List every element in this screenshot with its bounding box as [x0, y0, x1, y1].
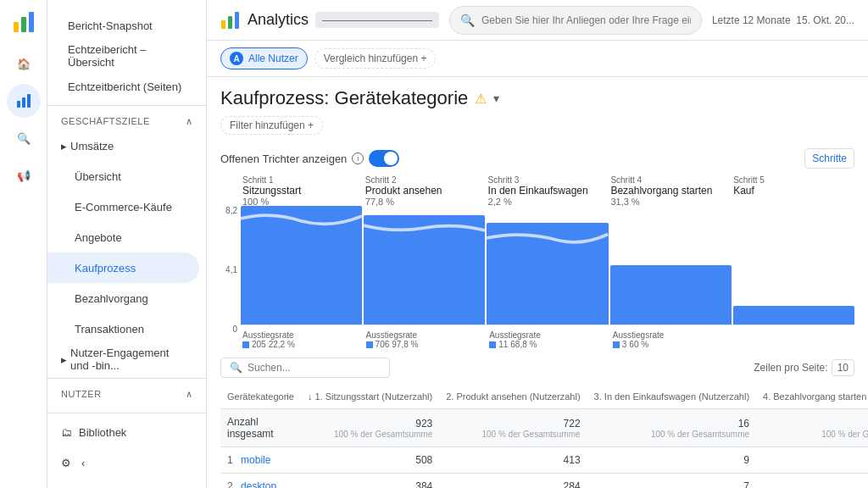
- table-search[interactable]: 🔍: [220, 358, 390, 378]
- step2-exit: Ausstiegsrate 706 97,8 %: [364, 329, 488, 351]
- section-business-goals[interactable]: Geschäftsziele ∧: [47, 109, 206, 130]
- search-input[interactable]: [481, 14, 691, 26]
- compare-button[interactable]: Vergleich hinzufügen +: [314, 48, 437, 69]
- dropdown-arrow[interactable]: ▾: [493, 92, 499, 105]
- page-title: Kaufprozess: Gerätekategorie: [220, 87, 468, 109]
- reports-icon-btn[interactable]: [7, 84, 41, 118]
- total-label: Anzahl insgesamt: [220, 409, 301, 447]
- table-row: 1 mobile 508 413 9 3: [220, 447, 868, 474]
- all-users-chip[interactable]: A Alle Nutzer: [220, 47, 308, 69]
- steps-button[interactable]: Schritte: [804, 148, 854, 169]
- svg-rect-3: [17, 101, 20, 108]
- table-controls: 🔍 Zeilen pro Seite: 10: [220, 358, 854, 378]
- row2-step1: 384: [301, 474, 439, 489]
- row1-step4: 3: [756, 447, 868, 474]
- svg-rect-5: [27, 94, 31, 108]
- svg-rect-8: [235, 12, 239, 29]
- total-step1: 923 100 % der Gesamtsumme: [301, 409, 439, 447]
- app-logo-icon: [12, 7, 36, 36]
- svg-rect-4: [22, 97, 25, 108]
- col-header-step3[interactable]: 3. In den Einkaufswagen (Nutzerzahl): [587, 385, 756, 409]
- nav-item-settings[interactable]: ⚙ ‹: [47, 447, 199, 478]
- nav-item-overview[interactable]: Übersicht: [47, 161, 199, 191]
- col-header-step4[interactable]: 4. Bezahlvorgang starten (Nutzerzahl): [756, 385, 868, 409]
- table-row: 2 desktop 384 284 7 2: [220, 474, 868, 489]
- nav-item-bezahlvorgang[interactable]: Bezahlvorgang: [47, 283, 199, 313]
- add-filter-button[interactable]: Filter hinzufügen +: [220, 116, 323, 135]
- step3-bar: [487, 223, 608, 324]
- step5-label: Schritt 5 Kauf: [732, 175, 854, 206]
- step1-label: Schritt 1 Sitzungsstart 100 %: [241, 175, 364, 206]
- funnel-header: Offenen Trichter anzeigen i Schritte: [220, 141, 854, 175]
- step2-label: Schritt 2 Produkt ansehen 77,8 %: [364, 175, 487, 206]
- funnel-toggle-label: Offenen Trichter anzeigen i: [220, 150, 399, 167]
- segment-bar: A Alle Nutzer Vergleich hinzufügen +: [207, 41, 868, 77]
- nav-section-revenue[interactable]: ▸ Umsätze: [47, 130, 199, 161]
- step3-exit: Ausstiegsrate 11 68,8 %: [487, 329, 611, 351]
- step2-bar: [364, 215, 485, 324]
- chip-icon: A: [230, 52, 243, 65]
- open-funnel-toggle[interactable]: [369, 150, 399, 167]
- info-icon: i: [352, 152, 364, 164]
- svg-rect-0: [14, 22, 19, 32]
- nav-item-library[interactable]: 🗂 Bibliothek: [47, 417, 199, 447]
- svg-rect-1: [21, 17, 26, 32]
- col-header-device[interactable]: Gerätekategorie: [220, 385, 301, 409]
- table-search-input[interactable]: [248, 362, 381, 374]
- header-date-range: Letzte 12 Monate 15. Okt. 20...: [712, 14, 854, 26]
- search-table-icon: 🔍: [230, 362, 242, 374]
- svg-rect-7: [228, 16, 232, 29]
- step1-exit: Ausstiegsrate 205 22,2 %: [241, 329, 364, 351]
- nav-item-realtime-pages[interactable]: Echtzeitbericht (Seiten): [47, 71, 199, 102]
- svg-rect-2: [29, 12, 34, 32]
- search-icon: 🔍: [460, 14, 475, 27]
- app-title: Analytics ——————————: [220, 10, 439, 30]
- row2-step4: 2: [756, 474, 868, 489]
- step4-exit: Ausstiegsrate 3 60 %: [611, 329, 735, 351]
- row1-label: 1 mobile: [220, 447, 301, 474]
- step5-exit: [734, 329, 854, 351]
- col-header-step2[interactable]: 2. Produkt ansehen (Nutzerzahl): [439, 385, 587, 409]
- nav-item-nutzerattribute[interactable]: ▸ Nutzerattribute: [47, 403, 199, 413]
- nav-item-engagement[interactable]: ▸ Nutzer-Engagement und -bin...: [47, 344, 199, 374]
- home-icon-btn[interactable]: 🏠: [7, 47, 41, 80]
- nav-item-transaktionen[interactable]: Transaktionen: [47, 313, 199, 344]
- row2-label: 2 desktop: [220, 474, 301, 489]
- page-header: Kaufprozess: Gerätekategorie ⚠ ▾ Filter …: [207, 77, 868, 141]
- row2-step2: 284: [439, 474, 587, 489]
- section-users[interactable]: Nutzer ∧: [47, 382, 206, 403]
- step3-label: Schritt 3 In den Einkaufswagen 2,2 %: [487, 175, 609, 206]
- nav-item-realtime[interactable]: Echtzeibericht – Übersicht: [47, 41, 199, 71]
- data-table: Gerätekategorie ↓ 1. Sitzungsstart (Nutz…: [220, 385, 868, 488]
- row1-step2: 413: [439, 447, 587, 474]
- step5-bar: [733, 306, 854, 324]
- step4-label: Schritt 4 Bezahlvorgang starten 31,3 %: [609, 175, 732, 206]
- advertising-icon-btn[interactable]: 📢: [7, 158, 41, 192]
- step4-bar: [610, 265, 732, 324]
- total-step3: 16 100 % der Gesamtsumme: [587, 409, 756, 447]
- row2-step3: 7: [587, 474, 756, 489]
- nav-item-kaufprozess[interactable]: Kaufprozess: [47, 252, 199, 283]
- row1-step3: 9: [587, 447, 756, 474]
- col-header-step1[interactable]: ↓ 1. Sitzungsstart (Nutzerzahl): [301, 385, 439, 409]
- nav-item-ecommerce[interactable]: E-Commerce-Käufe: [47, 191, 199, 222]
- search-bar[interactable]: 🔍: [449, 6, 702, 35]
- data-table-section: 🔍 Zeilen pro Seite: 10 Gerätekategorie: [207, 351, 868, 488]
- step1-bar: [241, 206, 362, 324]
- explore-icon-btn[interactable]: 🔍: [7, 121, 41, 155]
- svg-rect-6: [221, 20, 225, 29]
- warning-icon: ⚠: [475, 91, 487, 107]
- funnel-chart: 8,2 4,1 0 Schritt 1 Sitzungsstart 100 %: [220, 175, 854, 351]
- table-total-row: Anzahl insgesamt 923 100 % der Gesamtsum…: [220, 409, 868, 447]
- row1-step1: 508: [301, 447, 439, 474]
- rows-per-page: Zeilen pro Seite: 10: [754, 359, 854, 376]
- total-step2: 722 100 % der Gesamtsumme: [439, 409, 587, 447]
- total-step4: 5 100 % der Gesamtsumme: [756, 409, 868, 447]
- y-axis: 8,2 4,1 0: [220, 175, 241, 351]
- nav-item-snapshot[interactable]: Bericht-Snapshot: [47, 10, 199, 41]
- nav-item-offers[interactable]: Angebote: [47, 222, 199, 252]
